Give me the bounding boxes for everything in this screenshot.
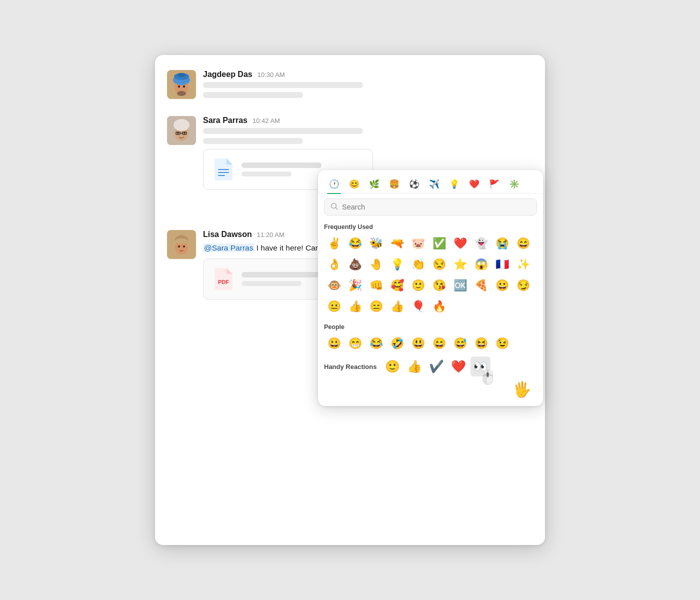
emoji-cell[interactable]: 🔫 <box>387 234 407 254</box>
emoji-cell[interactable]: 👻 <box>471 234 491 254</box>
svg-line-31 <box>336 208 338 210</box>
file-icon-wrapper <box>212 156 234 182</box>
emoji-cell[interactable]: 😁 <box>345 334 365 354</box>
handy-emoji-heart[interactable]: ❤️ <box>448 356 468 376</box>
tab-recent[interactable]: 🕐 <box>325 175 343 193</box>
tab-slack[interactable]: ✳️ <box>505 175 523 193</box>
emoji-cell[interactable]: 😃 <box>408 334 428 354</box>
emoji-cell[interactable]: 😀 <box>324 334 344 354</box>
search-input[interactable] <box>342 203 530 211</box>
emoji-cell[interactable]: 🍕 <box>471 276 491 296</box>
emoji-cell[interactable]: 😉 <box>492 334 512 354</box>
file-line-1 <box>242 162 322 168</box>
svg-point-5 <box>177 91 186 96</box>
emoji-cell[interactable]: 🎈 <box>408 296 428 316</box>
svg-point-10 <box>174 119 190 131</box>
emoji-cell[interactable]: 😘 <box>429 276 449 296</box>
timestamp: 11:20 AM <box>257 231 284 238</box>
tab-food[interactable]: 🍔 <box>385 175 403 193</box>
people-grid: 😀 😁 😂 🤣 😃 😄 😅 😆 😉 <box>324 334 537 354</box>
section-label: People <box>324 324 537 330</box>
emoji-cell[interactable]: 👍 <box>387 296 407 316</box>
svg-point-6 <box>178 86 180 88</box>
timestamp: 10:30 AM <box>258 71 285 78</box>
message-placeholder-line <box>203 128 363 134</box>
emoji-cell[interactable]: ⭐ <box>450 254 470 274</box>
emoji-cell[interactable]: 👏 <box>408 254 428 274</box>
mention[interactable]: @Sara Parras <box>203 244 254 252</box>
section-label: Frequently Used <box>324 224 537 230</box>
people-section: People 😀 😁 😂 🤣 😃 😄 😅 😆 😉 <box>318 318 543 356</box>
tab-smileys[interactable]: 😊 <box>345 175 363 193</box>
emoji-cell[interactable]: 🥰 <box>387 276 407 296</box>
tab-activity[interactable]: ⚽ <box>405 175 423 193</box>
message-placeholder-line <box>203 138 303 144</box>
emoji-cell[interactable]: ❤️ <box>450 234 470 254</box>
handy-emoji-eyes[interactable]: 👀 🖱️ <box>470 356 490 376</box>
tab-nature[interactable]: 🌿 <box>365 175 383 193</box>
frequently-used-grid: ✌️ 😂 🐝 🔫 🐷 ✅ ❤️ 👻 😭 😄 👌 💩 🤚 💡 <box>324 234 537 316</box>
emoji-cell[interactable]: 🐝 <box>366 234 386 254</box>
emoji-cell[interactable]: 😄 <box>429 334 449 354</box>
pdf-icon-wrapper: PDF <box>212 266 234 292</box>
message-header: Jagdeep Das 10:30 AM <box>203 70 533 79</box>
emoji-cell[interactable]: 🇫🇷 <box>492 254 512 274</box>
emoji-cell[interactable]: 👍 <box>345 296 365 316</box>
emoji-cell[interactable]: 😱 <box>471 254 491 274</box>
emoji-cell[interactable]: 😑 <box>366 296 386 316</box>
emoji-cell[interactable]: ✨ <box>513 254 533 274</box>
message-placeholder-line <box>203 82 363 88</box>
sender-name: Sara Parras <box>203 116 248 125</box>
emoji-cell[interactable]: 😏 <box>513 276 533 296</box>
frequently-used-section: Frequently Used ✌️ 😂 🐝 🔫 🐷 ✅ ❤️ 👻 😭 😄 👌 <box>318 218 543 318</box>
emoji-cell[interactable]: 😆 <box>471 334 491 354</box>
emoji-cell[interactable]: 😄 <box>513 234 533 254</box>
message-content: Jagdeep Das 10:30 AM <box>203 70 533 102</box>
emoji-cell[interactable]: 💡 <box>387 254 407 274</box>
svg-point-7 <box>183 86 185 88</box>
emoji-cell[interactable]: 😭 <box>492 234 512 254</box>
emoji-cell[interactable]: 🙂 <box>408 276 428 296</box>
search-icon <box>330 202 338 212</box>
avatar <box>167 70 196 99</box>
emoji-cell[interactable]: 😂 <box>345 234 365 254</box>
message-placeholder-line <box>203 92 303 98</box>
svg-point-14 <box>178 132 179 134</box>
avatar <box>167 230 196 259</box>
handy-emoji-checkmark[interactable]: ✔️ <box>426 356 446 376</box>
tab-objects[interactable]: 💡 <box>445 175 463 193</box>
avatar <box>167 116 196 145</box>
emoji-cell[interactable]: 👊 <box>366 276 386 296</box>
emoji-cell[interactable]: 🐵 <box>324 276 344 296</box>
emoji-cell[interactable]: 😅 <box>450 334 470 354</box>
handy-emoji-smiley[interactable]: 🙂 <box>382 356 402 376</box>
floating-hand: 🖐️ <box>318 380 543 402</box>
handy-reactions-row: Handy Reactions 🙂 👍 ✔️ ❤️ 👀 🖱️ <box>318 356 543 380</box>
message-header: Sara Parras 10:42 AM <box>203 116 533 125</box>
emoji-cell[interactable]: 🔥 <box>429 296 449 316</box>
handy-emoji-thumbsup[interactable]: 👍 <box>404 356 424 376</box>
emoji-cell[interactable]: 😂 <box>366 334 386 354</box>
emoji-cell[interactable]: 🤚 <box>366 254 386 274</box>
emoji-picker-body: Frequently Used ✌️ 😂 🐝 🔫 🐷 ✅ ❤️ 👻 😭 😄 👌 <box>318 218 543 406</box>
emoji-cell[interactable]: 😀 <box>492 276 512 296</box>
tab-flags[interactable]: 🚩 <box>485 175 503 193</box>
emoji-cell[interactable]: 👌 <box>324 254 344 274</box>
sender-name: Jagdeep Das <box>203 70 252 79</box>
emoji-cell[interactable]: 🐷 <box>408 234 428 254</box>
emoji-cell[interactable]: ✌️ <box>324 234 344 254</box>
emoji-cell[interactable]: 🎉 <box>345 276 365 296</box>
emoji-cell[interactable]: 😒 <box>429 254 449 274</box>
file-line-2 <box>242 281 302 286</box>
tab-travel[interactable]: ✈️ <box>425 175 443 193</box>
emoji-cell[interactable]: 🆗 <box>450 276 470 296</box>
emoji-cell[interactable]: 🤣 <box>387 334 407 354</box>
search-bar <box>324 198 537 216</box>
tab-symbols[interactable]: ❤️ <box>465 175 483 193</box>
message-row: 🕐 😊 🌿 🍔 ⚽ ✈️ 💡 ❤️ 🚩 ✳️ <box>167 230 533 300</box>
emoji-cell[interactable]: ✅ <box>429 234 449 254</box>
emoji-cell[interactable]: 😐 <box>324 296 344 316</box>
timestamp: 10:42 AM <box>252 117 280 124</box>
emoji-cell[interactable]: 💩 <box>345 254 365 274</box>
emoji-picker-tabs: 🕐 😊 🌿 🍔 ⚽ ✈️ 💡 ❤️ 🚩 ✳️ <box>318 170 543 194</box>
